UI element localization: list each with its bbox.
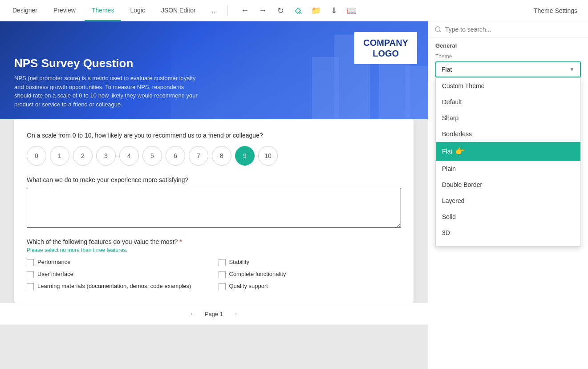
question-2-text: What can we do to make your experience m… xyxy=(27,176,401,183)
preview-book-button[interactable]: 📖 xyxy=(344,3,360,19)
nps-2[interactable]: 2 xyxy=(73,146,93,166)
nps-0[interactable]: 0 xyxy=(27,146,46,166)
checkbox-ui[interactable]: User interface xyxy=(27,271,210,278)
feedback-textarea[interactable] xyxy=(27,188,401,228)
svg-point-0 xyxy=(435,27,440,32)
theme-dropdown[interactable]: Custom Theme Default Sharp Borderless Fl… xyxy=(435,77,581,247)
dropdown-item-flat[interactable]: Flat 👉 xyxy=(436,142,580,161)
nav-divider xyxy=(227,5,228,16)
open-button[interactable]: 📁 xyxy=(308,3,324,19)
question-3-text: Which of the following features do you v… xyxy=(27,238,401,245)
nav-tabs: Designer Preview Themes Logic JSON Edito… xyxy=(5,0,224,21)
general-section-label: General xyxy=(428,38,588,52)
dropdown-item-custom[interactable]: Custom Theme xyxy=(436,78,580,94)
search-box xyxy=(428,21,588,38)
dropdown-item-sharp[interactable]: Sharp xyxy=(436,110,580,126)
dropdown-item-borderless[interactable]: Borderless xyxy=(436,126,580,142)
checkbox-complete-box[interactable] xyxy=(219,271,226,278)
nps-scale: 0 1 2 3 4 5 6 7 8 9 10 xyxy=(27,146,401,166)
tab-more[interactable]: ... xyxy=(205,0,224,21)
main-layout: COMPANY LOGO NPS Survey Question NPS (ne… xyxy=(0,21,588,369)
checkbox-quality-label: Quality support xyxy=(229,283,268,289)
dropdown-item-double-border[interactable]: Double Border xyxy=(436,177,580,193)
top-navigation: Designer Preview Themes Logic JSON Edito… xyxy=(0,0,588,21)
hint-text: Please select no more than three feature… xyxy=(27,247,401,253)
dropdown-item-3d[interactable]: 3D xyxy=(436,225,580,241)
checkbox-performance-label: Performance xyxy=(37,259,70,265)
checkbox-learning[interactable]: Learning materials (documentation, demos… xyxy=(27,283,210,290)
tab-designer[interactable]: Designer xyxy=(5,0,45,21)
checkbox-complete-label: Complete functionality xyxy=(229,271,286,277)
theme-select-box[interactable]: Flat ▼ xyxy=(435,61,581,77)
save-button[interactable]: ⇓ xyxy=(326,3,342,19)
checkbox-learning-box[interactable] xyxy=(27,283,34,290)
nps-6[interactable]: 6 xyxy=(166,146,185,166)
theme-select-wrapper: Flat ▼ Custom Theme Default Sharp Border… xyxy=(435,61,581,77)
survey-banner: COMPANY LOGO NPS Survey Question NPS (ne… xyxy=(0,21,428,119)
checkbox-stability-label: Stability xyxy=(229,259,250,265)
nps-3[interactable]: 3 xyxy=(96,146,116,166)
page-label: Page 1 xyxy=(205,311,223,317)
survey-title: NPS Survey Question xyxy=(14,57,201,70)
theme-settings-label: Theme Settings xyxy=(534,7,577,14)
tab-logic[interactable]: Logic xyxy=(123,0,152,21)
chevron-down-icon: ▼ xyxy=(569,66,575,73)
nps-1[interactable]: 1 xyxy=(50,146,69,166)
paint-bucket-button[interactable] xyxy=(290,3,306,19)
checkbox-stability-box[interactable] xyxy=(219,259,226,266)
nav-actions: ← → ↻ 📁 ⇓ 📖 xyxy=(237,3,360,19)
tab-preview[interactable]: Preview xyxy=(46,0,83,21)
redo-button[interactable]: → xyxy=(255,3,271,19)
checkbox-stability[interactable]: Stability xyxy=(219,259,401,266)
preview-area: COMPANY LOGO NPS Survey Question NPS (ne… xyxy=(0,21,428,369)
required-marker: * xyxy=(179,238,182,245)
survey-title-area: NPS Survey Question NPS (net promoter sc… xyxy=(14,57,201,109)
nps-5[interactable]: 5 xyxy=(142,146,162,166)
survey-subtitle: NPS (net promoter score) is a metric use… xyxy=(14,74,201,109)
checkbox-performance-box[interactable] xyxy=(27,259,34,266)
dropdown-item-layered[interactable]: Layered xyxy=(436,193,580,209)
reset-button[interactable]: ↻ xyxy=(272,3,288,19)
right-panel: General Theme Flat ▼ Custom Theme Defaul… xyxy=(428,21,588,369)
dropdown-item-contrast[interactable]: Contrast xyxy=(436,241,580,247)
dropdown-item-plain[interactable]: Plain xyxy=(436,161,580,177)
theme-field-label: Theme xyxy=(435,53,581,60)
nps-10[interactable]: 10 xyxy=(258,146,278,166)
undo-button[interactable]: ← xyxy=(237,3,253,19)
checkboxes-grid: Performance Stability User interface Com… xyxy=(27,259,401,290)
company-logo: COMPANY LOGO xyxy=(354,32,417,64)
nps-9[interactable]: 9 xyxy=(235,146,255,166)
checkbox-learning-label: Learning materials (documentation, demos… xyxy=(37,283,191,289)
preview-scroll[interactable]: COMPANY LOGO NPS Survey Question NPS (ne… xyxy=(0,21,428,324)
theme-select-value: Flat xyxy=(442,66,452,73)
checkbox-quality[interactable]: Quality support xyxy=(219,283,401,290)
nps-8[interactable]: 8 xyxy=(212,146,231,166)
checkbox-performance[interactable]: Performance xyxy=(27,259,210,266)
survey-card: On a scale from 0 to 10, how likely are … xyxy=(14,119,414,303)
theme-field: Theme Flat ▼ Custom Theme Default Sharp … xyxy=(428,52,588,81)
nps-4[interactable]: 4 xyxy=(119,146,139,166)
search-icon xyxy=(434,26,442,33)
checkbox-ui-label: User interface xyxy=(37,271,73,277)
svg-line-1 xyxy=(439,31,441,32)
checkbox-ui-box[interactable] xyxy=(27,271,34,278)
dropdown-item-solid[interactable]: Solid xyxy=(436,209,580,225)
checkbox-quality-box[interactable] xyxy=(219,283,226,290)
checkbox-complete[interactable]: Complete functionality xyxy=(219,271,401,278)
tab-json-editor[interactable]: JSON Editor xyxy=(154,0,203,21)
nps-7[interactable]: 7 xyxy=(189,146,208,166)
pagination: ← Page 1 → xyxy=(0,303,428,324)
question-1-text: On a scale from 0 to 10, how likely are … xyxy=(27,132,401,139)
dropdown-item-default[interactable]: Default xyxy=(436,94,580,110)
cursor-pointer-icon: 👉 xyxy=(455,146,465,156)
search-input[interactable] xyxy=(445,26,582,33)
next-page-button[interactable]: → xyxy=(228,308,241,320)
prev-page-button[interactable]: ← xyxy=(187,308,199,320)
tab-themes[interactable]: Themes xyxy=(85,0,122,21)
